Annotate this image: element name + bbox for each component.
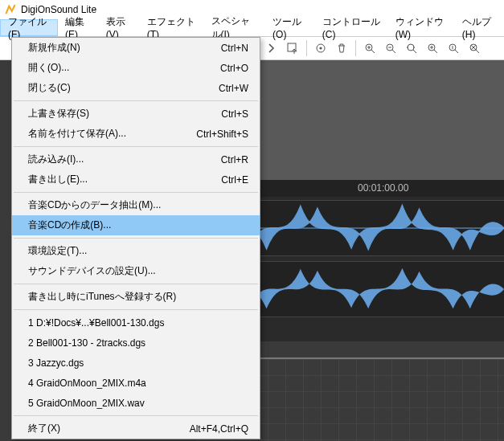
menu-item-shortcut: Ctrl+E: [221, 174, 248, 186]
menu-item[interactable]: 名前を付けて保存(A)...Ctrl+Shift+S: [12, 124, 260, 144]
menu-item-label: 開く(O)...: [28, 61, 220, 75]
menu-item[interactable]: 5 GraidOnMoon_2MIX.wav: [12, 393, 260, 413]
menu-item-shortcut: Alt+F4,Ctrl+Q: [190, 423, 248, 435]
menu-item[interactable]: 音楽CDの作成(B)...: [12, 215, 260, 235]
menu-item-label: 5 GraidOnMoon_2MIX.wav: [28, 398, 248, 409]
zoom-in-v-icon[interactable]: [423, 39, 442, 58]
menu-item-label: 書き出し時にiTunesへ登録する(R): [28, 290, 248, 304]
svg-point-2: [319, 47, 322, 49]
menu-item-label: 名前を付けて保存(A)...: [28, 127, 196, 141]
menu-item-label: 終了(X): [28, 422, 190, 435]
menu-item[interactable]: 2 Bell001-130 - 2tracks.dgs: [12, 333, 260, 353]
svg-point-5: [408, 44, 414, 51]
menu-item-shortcut: Ctrl+R: [221, 154, 248, 165]
zoom-fit-icon[interactable]: [402, 39, 421, 58]
export-icon[interactable]: [283, 39, 302, 58]
ruler-tick: 00:01:00.00: [358, 182, 408, 194]
trash-icon[interactable]: [332, 39, 351, 58]
menu-item-label: 環境設定(T)...: [28, 244, 248, 258]
menu-file[interactable]: ファイル(F): [0, 19, 58, 36]
menu-item[interactable]: 書き出し(E)...Ctrl+E: [12, 169, 260, 190]
menu-item-label: 音楽CDの作成(B)...: [28, 218, 248, 232]
menu-edit[interactable]: 編集(E): [58, 19, 99, 36]
menu-item-label: 書き出し(E)...: [28, 173, 221, 186]
menu-separator: [14, 100, 258, 101]
menu-item[interactable]: 新規作成(N)Ctrl+N: [12, 38, 260, 58]
menu-item-label: 新規作成(N): [28, 41, 221, 55]
menu-separator: [14, 238, 258, 239]
zoom-in-icon[interactable]: [360, 39, 379, 58]
menu-view[interactable]: 表示(V): [99, 19, 140, 36]
menu-separator: [14, 284, 258, 284]
menu-separator: [14, 146, 258, 147]
zoom-out-v-icon[interactable]: [444, 39, 463, 58]
menu-separator: [14, 192, 258, 193]
menu-item[interactable]: サウンドデバイスの設定(U)...: [12, 261, 260, 281]
menu-item[interactable]: 書き出し時にiTunesへ登録する(R): [12, 287, 260, 307]
menu-item-shortcut: Ctrl+S: [221, 108, 248, 120]
menu-item[interactable]: 音楽CDからのデータ抽出(M)...: [12, 195, 260, 215]
menu-item[interactable]: 上書き保存(S)Ctrl+S: [12, 104, 260, 124]
menu-item-shortcut: Ctrl+Shift+S: [196, 129, 248, 140]
menu-item-label: 3 Jazzyc.dgs: [28, 357, 248, 369]
menu-special[interactable]: スペシャル(I): [204, 19, 266, 36]
menu-help[interactable]: ヘルプ(H): [455, 19, 504, 36]
file-menu-dropdown: 新規作成(N)Ctrl+N開く(O)...Ctrl+O閉じる(C)Ctrl+W上…: [11, 37, 260, 439]
menu-bar: ファイル(F) 編集(E) 表示(V) エフェクト(T) スペシャル(I) ツー…: [0, 19, 504, 37]
menu-item[interactable]: 終了(X)Alt+F4,Ctrl+Q: [12, 419, 260, 439]
menu-item-label: 1 D:¥!Docs¥...¥Bell001-130.dgs: [28, 317, 248, 329]
menu-window[interactable]: ウィンドウ(W): [388, 19, 455, 36]
menu-tool[interactable]: ツール(O): [265, 19, 315, 36]
menu-item-label: 2 Bell001-130 - 2tracks.dgs: [28, 337, 248, 349]
menu-effect[interactable]: エフェクト(T): [140, 19, 204, 36]
menu-item-shortcut: Ctrl+O: [220, 63, 248, 74]
menu-item[interactable]: 開く(O)...Ctrl+O: [12, 58, 260, 78]
menu-item-label: 4 GraidOnMoon_2MIX.m4a: [28, 378, 248, 389]
menu-item[interactable]: 3 Jazzyc.dgs: [12, 353, 260, 373]
menu-item[interactable]: 環境設定(T)...: [12, 241, 260, 261]
zoom-out-icon[interactable]: [381, 39, 400, 58]
target-icon[interactable]: [311, 39, 330, 58]
menu-item-label: 上書き保存(S): [28, 107, 221, 120]
menu-item-shortcut: Ctrl+N: [221, 43, 248, 54]
app-logo-icon: [5, 4, 16, 15]
menu-item[interactable]: 1 D:¥!Docs¥...¥Bell001-130.dgs: [12, 312, 260, 333]
menu-item-label: 音楽CDからのデータ抽出(M)...: [28, 198, 248, 212]
chevron-right-icon[interactable]: [262, 39, 281, 58]
menu-control[interactable]: コントロール(C): [315, 19, 388, 36]
menu-item[interactable]: 読み込み(I)...Ctrl+R: [12, 149, 260, 169]
menu-item[interactable]: 閉じる(C)Ctrl+W: [12, 78, 260, 98]
menu-item-label: 読み込み(I)...: [28, 153, 221, 166]
app-title: DigiOnSound Lite: [21, 4, 96, 15]
menu-separator: [14, 415, 258, 416]
menu-item[interactable]: 4 GraidOnMoon_2MIX.m4a: [12, 373, 260, 393]
menu-item-label: サウンドデバイスの設定(U)...: [28, 264, 248, 278]
menu-item-label: 閉じる(C): [28, 81, 219, 95]
menu-separator: [14, 309, 258, 310]
menu-item-shortcut: Ctrl+W: [219, 83, 248, 94]
zoom-all-icon[interactable]: [465, 39, 484, 58]
